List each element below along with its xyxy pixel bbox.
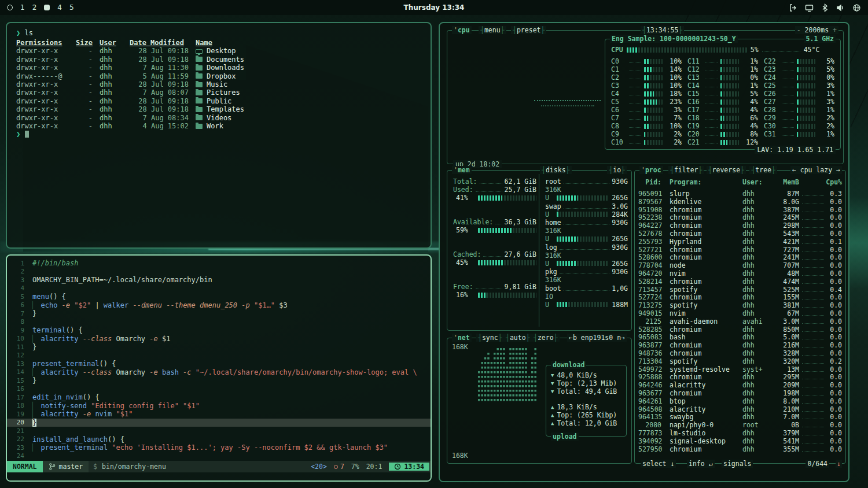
- file-link[interactable]: Dropbox: [196, 72, 421, 80]
- clock[interactable]: Thursday 13:34: [0, 3, 868, 12]
- process-row[interactable]: 713457spotifydhh525M0.4: [638, 286, 842, 294]
- proc-filter-button[interactable]: filter: [668, 166, 704, 174]
- process-row[interactable]: 948736chromiumdhh328M0.0: [638, 349, 842, 357]
- file-link[interactable]: Videos: [196, 114, 421, 122]
- process-row[interactable]: 778704nodedhh707M0.0: [638, 261, 842, 269]
- code-line[interactable]: 6▏ echo -e "$2" | walker --dmenu --theme…: [7, 301, 431, 310]
- code-line[interactable]: 3OMARCHY_BIN_PATH=~/.local/share/omarchy…: [7, 276, 431, 284]
- code-line[interactable]: 13present_terminal() {: [7, 360, 431, 368]
- process-row[interactable]: 964135swaybgdhh7.0M0.0: [638, 413, 842, 421]
- editor-window[interactable]: 1#!/bin/bash23OMARCHY_BIN_PATH=~/.local/…: [6, 254, 432, 482]
- net-interface[interactable]: ←b enp191s0 n→: [567, 334, 627, 342]
- process-row[interactable]: 528214chromiumdhh474M0.0: [638, 278, 842, 286]
- process-row[interactable]: 777873lm-studiodhh379M0.0: [638, 429, 842, 437]
- sort-by-pid[interactable]: Pid:: [638, 178, 665, 186]
- code-line[interactable]: 18▏ notify-send "Editing config file" "$…: [7, 402, 431, 411]
- process-row[interactable]: 527721chromiumdhh727M0.0: [638, 246, 842, 254]
- process-row[interactable]: 964720nvimdhh48M0.0: [638, 269, 842, 278]
- code-line[interactable]: 11}: [7, 343, 431, 352]
- process-row[interactable]: 713275spotifydhh381M0.0: [638, 301, 842, 309]
- process-row[interactable]: 2125avahi-daemonavahi3.0M0.0: [638, 317, 842, 326]
- sort-by-user[interactable]: User:: [742, 178, 771, 186]
- process-row[interactable]: 965083bashdhh5.0M0.0: [638, 333, 842, 341]
- cpu-menu-button[interactable]: menu: [479, 26, 506, 34]
- process-row[interactable]: 963877chromiumdhh216M0.0: [638, 341, 842, 349]
- process-row[interactable]: 964246alacrittydhh209M0.0: [638, 381, 842, 389]
- sort-by-memory[interactable]: MemB: [771, 178, 799, 186]
- interval-plus-button[interactable]: +: [833, 26, 837, 34]
- process-row[interactable]: 527678chromiumdhh543M0.0: [638, 230, 842, 238]
- process-row[interactable]: 549972systemd-resolvesyst+13M0.0: [638, 365, 842, 374]
- net-auto-button[interactable]: auto: [504, 334, 532, 342]
- file-link[interactable]: Downloads: [196, 64, 421, 72]
- process-row[interactable]: 394092signal-desktopdhh541M0.0: [638, 437, 842, 445]
- code-line[interactable]: 24: [7, 452, 431, 461]
- code-line[interactable]: 1#!/bin/bash: [7, 259, 431, 268]
- file-link[interactable]: Pictures: [196, 88, 421, 97]
- code-area[interactable]: 1#!/bin/bash23OMARCHY_BIN_PATH=~/.local/…: [7, 259, 431, 460]
- code-line[interactable]: 5menu() {: [7, 293, 431, 301]
- code-line[interactable]: 14▏ alacritty --class Omarchy -e bash -c…: [7, 368, 431, 377]
- proc-info-button[interactable]: info ↵: [687, 460, 715, 468]
- io-tab[interactable]: io: [607, 166, 627, 174]
- code-line[interactable]: 12: [7, 352, 431, 360]
- process-row[interactable]: 965091slurpdhh87M0.3: [638, 190, 842, 198]
- proc-select-button[interactable]: select ↓: [641, 460, 676, 468]
- git-branch[interactable]: master: [43, 461, 89, 472]
- process-row[interactable]: 528600chromiumdhh241M0.0: [638, 253, 842, 261]
- process-row[interactable]: 2080napi/phy0-0root0B0.0: [638, 421, 842, 429]
- process-row[interactable]: 527950chromiumdhh355M0.0: [638, 445, 842, 453]
- proc-tree-button[interactable]: tree: [749, 166, 777, 174]
- bluetooth-icon[interactable]: [821, 3, 829, 12]
- sort-by-cpu[interactable]: Cpu%: [823, 178, 842, 186]
- process-row[interactable]: 951908chromiumdhh387M0.0: [638, 206, 842, 214]
- logout-icon[interactable]: [789, 3, 797, 12]
- code-line[interactable]: 21: [7, 427, 431, 435]
- interval-minus-button[interactable]: -: [797, 26, 801, 34]
- proc-reverse-button[interactable]: reverse: [707, 166, 746, 174]
- process-row[interactable]: 255793Hyprlanddhh421M0.1: [638, 238, 842, 246]
- proc-sort-selector[interactable]: ← cpu lazy →: [790, 166, 842, 174]
- net-sync-button[interactable]: sync: [476, 334, 504, 342]
- code-line[interactable]: 17edit_in_nvim() {: [7, 393, 431, 402]
- code-line[interactable]: 15}: [7, 376, 431, 385]
- code-line[interactable]: 22install_and_launch() {: [7, 435, 431, 444]
- code-line[interactable]: 16: [7, 385, 431, 394]
- code-line[interactable]: 19▏ alacritty -e nvim "$1": [7, 410, 431, 419]
- globe-icon[interactable]: [852, 3, 861, 12]
- code-line[interactable]: 10▏ alacritty --class Omarchy -e $1: [7, 335, 431, 343]
- file-link[interactable]: Work: [196, 122, 421, 130]
- file-link[interactable]: Desktop: [196, 47, 421, 55]
- shell-prompt-line[interactable]: ❯: [16, 130, 421, 139]
- process-row[interactable]: 527724chromiumdhh155M0.0: [638, 293, 842, 301]
- code-line[interactable]: 7}: [7, 309, 431, 318]
- code-line[interactable]: 23▏ present_terminal "echo 'Installing $…: [7, 443, 431, 452]
- code-line[interactable]: 9terminal() {: [7, 326, 431, 335]
- code-line[interactable]: 4: [7, 284, 431, 293]
- cpu-preset-button[interactable]: preset: [511, 26, 546, 34]
- process-row[interactable]: 528285chromiumdhh850M0.0: [638, 326, 842, 334]
- terminal-window[interactable]: ❯ ls PermissionsSizeUserDate ModifiedNam…: [6, 22, 432, 249]
- scroll-down-icon[interactable]: ↓: [836, 460, 842, 468]
- file-link[interactable]: Templates: [196, 105, 421, 113]
- disks-tab[interactable]: disks: [540, 166, 572, 174]
- process-row[interactable]: 964508alacrittydhh210M0.0: [638, 405, 842, 413]
- volume-icon[interactable]: [836, 3, 845, 12]
- process-row[interactable]: 879567kdenlivedhh8.0G0.0: [638, 198, 842, 206]
- process-row[interactable]: 964261btopdhh8.0M0.0: [638, 397, 842, 405]
- code-line[interactable]: 2: [7, 268, 431, 276]
- btop-window[interactable]: cpu menu preset 13:34:55 - 2000ms + up 2…: [439, 22, 849, 482]
- sort-by-program[interactable]: Program:: [665, 178, 742, 186]
- file-link[interactable]: Music: [196, 80, 421, 88]
- proc-signals-button[interactable]: signals: [722, 460, 753, 468]
- process-row[interactable]: 713304spotifydhh320M0.2: [638, 357, 842, 365]
- code-line[interactable]: 20}: [7, 419, 431, 427]
- screencast-icon[interactable]: [805, 3, 814, 12]
- process-row[interactable]: 925888chromiumdhh295M0.0: [638, 373, 842, 381]
- process-row[interactable]: 963677chromiumdhh198M0.0: [638, 389, 842, 397]
- net-zero-button[interactable]: zero: [532, 334, 560, 342]
- file-link[interactable]: Documents: [196, 56, 421, 64]
- process-row[interactable]: 952238chromiumdhh245M0.0: [638, 213, 842, 221]
- code-line[interactable]: 8: [7, 318, 431, 327]
- process-row[interactable]: 964227chromiumdhh298M0.0: [638, 221, 842, 230]
